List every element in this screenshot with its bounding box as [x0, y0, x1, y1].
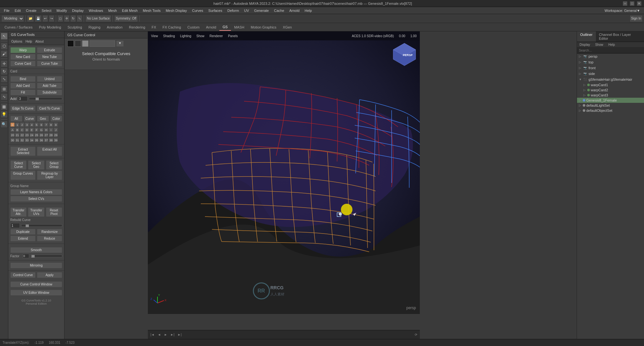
tab-outliner[interactable]: Outliner [577, 31, 596, 42]
move-tool[interactable]: ✛ [1, 60, 8, 67]
letter-btn-a[interactable]: A [10, 128, 15, 132]
menu-arnold[interactable]: Arnold [287, 8, 302, 13]
menu-curves[interactable]: Curves [190, 8, 206, 13]
vp-menu-shading[interactable]: Shading [161, 34, 177, 38]
menu-edit-mesh[interactable]: Edit Mesh [119, 8, 140, 13]
tab-rigging[interactable]: Rigging [85, 24, 104, 30]
menu-file[interactable]: File [1, 8, 12, 13]
num-btn-29[interactable]: 29 [54, 133, 58, 137]
num-btn-6[interactable]: 6 [39, 122, 44, 127]
mirroring-btn[interactable]: Mirroring [10, 262, 62, 268]
letter-btn-j[interactable]: J [54, 128, 58, 132]
reduce-btn[interactable]: Reduce [37, 235, 62, 242]
control-curve-btn[interactable]: Control Curve [10, 272, 36, 278]
tab-xgen[interactable]: XGen [280, 24, 295, 30]
num-btn-9[interactable]: 9 [54, 122, 58, 127]
fill-btn[interactable]: Fill [10, 89, 36, 95]
rebuild-input[interactable] [10, 223, 20, 228]
workspace-dropdown[interactable]: Workspace: General▼ [602, 8, 643, 13]
transfer-attr-btn[interactable]: Transfer Attr. [10, 207, 27, 217]
extract-all-btn[interactable]: Extract All [37, 146, 62, 156]
curve-tube-btn[interactable]: Curve Tube [37, 61, 62, 67]
num-btn-22[interactable]: 22 [20, 133, 24, 137]
tab-sculpting[interactable]: Sculpting [64, 24, 85, 30]
tab-animation[interactable]: Animation [104, 24, 126, 30]
vp-menu-renderer[interactable]: Renderer [208, 34, 225, 38]
move-btn[interactable]: ✛ [64, 15, 70, 22]
letter-btn-d[interactable]: D [25, 128, 29, 132]
apply-btn[interactable]: Apply [37, 272, 62, 278]
menu-mesh-display[interactable]: Mesh Display [163, 8, 190, 13]
uv-editor-window-btn[interactable]: UV Editor Window [10, 290, 62, 296]
factor-slider[interactable] [30, 255, 62, 257]
menu-mesh[interactable]: Mesh [106, 8, 119, 13]
select-curve-btn[interactable]: Select Curve [10, 160, 27, 170]
menu-display[interactable]: Display [70, 8, 86, 13]
ol-item-warp1[interactable]: ▷ warpCard1 [577, 82, 644, 87]
num-btn-32[interactable]: 32 [20, 138, 24, 142]
menu-edit[interactable]: Edit [12, 8, 23, 13]
num-btn-35[interactable]: 35 [34, 138, 39, 142]
vp-prev-frame[interactable]: ◄ [157, 332, 162, 337]
vp-play-back[interactable]: |◄ [149, 332, 156, 337]
duplicate-btn[interactable]: Duplicate [10, 229, 36, 235]
num-btn-30[interactable]: 30 [10, 138, 15, 142]
ol-item-front[interactable]: ▷ 📷 front [577, 65, 644, 71]
transfer-uvs-btn[interactable]: Transfer UVs [28, 207, 44, 217]
letter-btn-b[interactable]: B [15, 128, 20, 132]
menu-modify[interactable]: Modify [54, 8, 69, 13]
num-btn-33[interactable]: 33 [25, 138, 29, 142]
render-tool[interactable]: ▦ [1, 103, 8, 110]
live-surface-btn[interactable]: No Live Surface [85, 15, 111, 22]
menu-mesh-tools[interactable]: Mesh Tools [140, 8, 163, 13]
num-btn-26[interactable]: 26 [39, 133, 44, 137]
vp-next-frame[interactable]: ►| [169, 332, 176, 337]
viewport-cube[interactable]: PERSP [392, 42, 417, 67]
new-card-btn[interactable]: New Card [10, 54, 36, 60]
paint-tool[interactable]: 🖌 [1, 50, 8, 57]
regroup-layer-btn[interactable]: Regroup by Layer [37, 170, 62, 180]
num-btn-7[interactable]: 7 [44, 122, 48, 127]
gs-about-btn[interactable]: About [34, 39, 45, 44]
open-btn[interactable]: 📁 [27, 15, 34, 22]
ol-item-warp2[interactable]: ▷ warpCard2 [577, 87, 644, 93]
tab-poly-modeling[interactable]: Poly Modeling [36, 24, 64, 30]
num-btn-39[interactable]: 39 [54, 138, 58, 142]
num-btn-4[interactable]: 4 [30, 122, 34, 127]
vp-menu-view[interactable]: View [149, 34, 160, 38]
filter-color-btn[interactable]: Color [50, 116, 63, 122]
mode-dropdown[interactable]: Modeling [1, 15, 24, 22]
randomize-btn[interactable]: Randomize [37, 229, 62, 235]
reset-pivot-btn[interactable]: Reset Pivot [46, 207, 62, 217]
save-btn[interactable]: 💾 [35, 15, 42, 22]
maximize-button[interactable]: □ [630, 1, 634, 6]
unbind-btn[interactable]: Unbind [37, 76, 62, 82]
close-button[interactable]: ✕ [637, 1, 641, 6]
num-btn-38[interactable]: 38 [49, 138, 53, 142]
num-btn-24[interactable]: 24 [30, 133, 34, 137]
factor-input[interactable] [23, 254, 29, 258]
num-btn-27[interactable]: 27 [44, 133, 48, 137]
num-btn-23[interactable]: 23 [25, 133, 29, 137]
num-btn-36[interactable]: 36 [39, 138, 44, 142]
bind-btn[interactable]: Bind [10, 76, 36, 82]
add-slider[interactable] [29, 97, 62, 100]
tab-arnold[interactable]: Arnold [203, 24, 219, 30]
letter-btn-c[interactable]: C [20, 128, 24, 132]
color-gray[interactable] [82, 40, 89, 47]
vp-play-end[interactable]: ►| [176, 332, 183, 337]
gs-help-btn[interactable]: Help [24, 39, 33, 44]
group-curves-btn[interactable]: Group Curves [10, 170, 36, 180]
symmetry-btn[interactable]: Symmetry: Off [114, 15, 138, 22]
curve-card-btn[interactable]: Curve Card [10, 61, 36, 67]
tab-motion-graphics[interactable]: Motion Graphics [248, 24, 280, 30]
vp-play[interactable]: ► [163, 332, 168, 337]
num-btn-21[interactable]: 21 [15, 133, 20, 137]
menu-cache[interactable]: Cache [271, 8, 287, 13]
tab-gs[interactable]: GS [219, 24, 231, 31]
letter-btn-i[interactable]: I [49, 128, 53, 132]
light-tool[interactable]: 💡 [1, 111, 8, 118]
undo-btn[interactable]: ↩ [42, 15, 48, 22]
filter-all-btn[interactable]: All [10, 116, 22, 122]
ol-item-hair-group[interactable]: ▼ ⬛ gSfemaleHair:gSfemaleHair [577, 77, 644, 82]
